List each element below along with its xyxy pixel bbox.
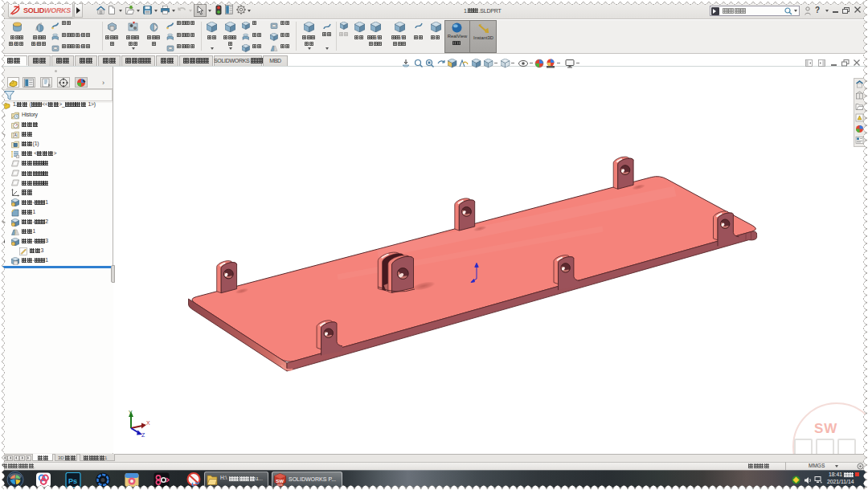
svg-text:SW: SW [276, 479, 284, 484]
svg-text:Z: Z [141, 432, 145, 437]
svg-text:Y: Y [129, 410, 133, 415]
svg-text:X: X [146, 420, 150, 426]
